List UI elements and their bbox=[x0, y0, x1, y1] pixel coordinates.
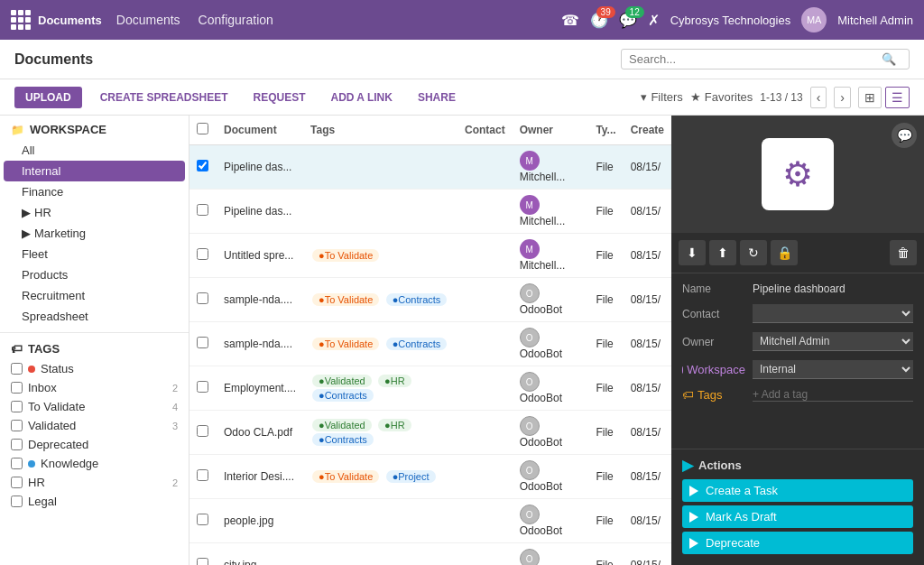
search-icon: 🔍 bbox=[882, 52, 896, 66]
row-checkbox[interactable] bbox=[197, 425, 208, 437]
doc-name: Employment.... bbox=[217, 366, 303, 411]
favorites-button[interactable]: ★ Favorites bbox=[690, 90, 753, 104]
tag-item-validated[interactable]: Validated 3 bbox=[0, 416, 189, 435]
table-row[interactable]: sample-nda.... ●To Validate ●Contracts O… bbox=[189, 278, 671, 322]
tag-checkbox-tovalidate[interactable] bbox=[11, 401, 23, 412]
app-logo[interactable]: Documents bbox=[11, 10, 102, 30]
panel-fields: Name Pipeline dashboard Contact Owner Mi… bbox=[671, 273, 924, 449]
table-row[interactable]: Odoo CLA.pdf ●Validated ●HR ●Contracts O… bbox=[189, 411, 671, 455]
next-page-button[interactable]: › bbox=[834, 87, 851, 108]
tag-item-tovalidate[interactable]: To Validate 4 bbox=[0, 397, 189, 416]
wrench-icon[interactable]: ✗ bbox=[648, 12, 660, 29]
tag-checkbox-legal[interactable] bbox=[11, 496, 23, 507]
phone-icon[interactable]: ☎ bbox=[561, 12, 579, 29]
tag-item-deprecated[interactable]: Deprecated bbox=[0, 435, 189, 454]
row-checkbox[interactable] bbox=[197, 160, 208, 171]
tag-checkbox-knowledge[interactable] bbox=[11, 458, 23, 469]
tag-item-status[interactable]: Status bbox=[0, 359, 189, 378]
doc-contact bbox=[457, 145, 513, 190]
table-row[interactable]: Interior Desi.... ●To Validate ●Project … bbox=[189, 455, 671, 499]
sidebar-item-internal[interactable]: Internal bbox=[4, 161, 185, 181]
share-button[interactable]: SHARE bbox=[411, 87, 463, 108]
doc-owner: O OdooBot bbox=[513, 322, 589, 366]
sidebar-item-hr[interactable]: ▶ HR bbox=[0, 202, 189, 223]
tag-item-inbox[interactable]: Inbox 2 bbox=[0, 378, 189, 397]
upload-button[interactable]: UPLOAD bbox=[14, 87, 82, 108]
sidebar-item-finance[interactable]: Finance bbox=[0, 181, 189, 202]
timer-badge-wrap[interactable]: 🕐 39 bbox=[590, 12, 608, 29]
table-scroll[interactable]: Document Tags Contact Owner Ty... Create… bbox=[189, 116, 671, 565]
doc-name: Odoo CLA.pdf bbox=[217, 411, 303, 455]
doc-owner: O OdooBot bbox=[513, 278, 589, 322]
row-checkbox[interactable] bbox=[197, 248, 208, 260]
tag-item-knowledge[interactable]: Knowledge bbox=[0, 454, 189, 473]
row-checkbox[interactable] bbox=[197, 558, 208, 565]
sidebar-item-products[interactable]: Products bbox=[0, 264, 189, 285]
search-bar[interactable]: 🔍 bbox=[621, 49, 910, 69]
tag-checkbox-status[interactable] bbox=[11, 363, 23, 375]
request-button[interactable]: REQUEST bbox=[245, 87, 312, 108]
nav-documents[interactable]: Documents bbox=[116, 13, 180, 27]
workspace-select[interactable]: Internal bbox=[753, 360, 913, 379]
row-checkbox[interactable] bbox=[197, 381, 208, 393]
tag-checkbox-validated[interactable] bbox=[11, 420, 23, 431]
chat-button[interactable]: 💬 bbox=[892, 123, 917, 148]
share-button[interactable]: ⬆ bbox=[709, 240, 736, 265]
tags-section-header: 🏷 TAGS bbox=[0, 338, 189, 359]
grid-view-button[interactable]: ⊞ bbox=[858, 87, 882, 108]
lock-button[interactable]: 🔒 bbox=[771, 240, 798, 265]
table-row[interactable]: sample-nda.... ●To Validate ●Contracts O… bbox=[189, 322, 671, 366]
table-row[interactable]: Untitled spre... ●To Validate M Mitchell… bbox=[189, 234, 671, 278]
workspace-label: WORKSPACE bbox=[30, 123, 106, 136]
table-row[interactable]: Pipeline das... M Mitchell... File 08/15… bbox=[189, 190, 671, 234]
add-link-button[interactable]: ADD A LINK bbox=[323, 87, 399, 108]
download-button[interactable]: ⬇ bbox=[679, 240, 706, 265]
owner-select[interactable]: Mitchell Admin bbox=[753, 332, 913, 351]
table-row[interactable]: city.jpg O OdooBot File 08/15/ bbox=[189, 543, 671, 566]
deprecate-button[interactable]: Deprecate bbox=[682, 532, 913, 554]
sidebar-item-marketing[interactable]: ▶ Marketing bbox=[0, 223, 189, 244]
tag-icon: 🏷 bbox=[11, 342, 23, 356]
table-row[interactable]: Employment.... ●Validated ●HR ●Contracts… bbox=[189, 366, 671, 411]
row-checkbox[interactable] bbox=[197, 469, 208, 481]
avatar[interactable]: MA bbox=[801, 7, 827, 32]
refresh-button[interactable]: ↻ bbox=[740, 240, 767, 265]
sidebar-item-recruitment[interactable]: Recruitment bbox=[0, 285, 189, 306]
row-checkbox[interactable] bbox=[197, 204, 208, 216]
create-spreadsheet-button[interactable]: CREATE SPREADSHEET bbox=[93, 87, 236, 108]
tag-label-tovalidate: To Validate bbox=[28, 400, 85, 413]
chat-badge-wrap[interactable]: 💬 12 bbox=[619, 12, 637, 29]
doc-type: File bbox=[588, 278, 623, 322]
doc-created: 08/15/ bbox=[624, 411, 671, 455]
tag-label-inbox: Inbox bbox=[28, 381, 57, 394]
doc-tags: ●To Validate ●Project bbox=[303, 455, 457, 499]
sidebar-item-all[interactable]: All bbox=[0, 140, 189, 161]
row-checkbox[interactable] bbox=[197, 337, 208, 348]
tag-item-legal[interactable]: Legal bbox=[0, 492, 189, 511]
page-title: Documents bbox=[14, 51, 621, 68]
table-row[interactable]: Pipeline das... M Mitchell... File 08/15… bbox=[189, 145, 671, 190]
tag-item-hr[interactable]: HR 2 bbox=[0, 473, 189, 492]
add-tag-input[interactable] bbox=[753, 388, 913, 402]
create-task-button[interactable]: Create a Task bbox=[682, 479, 913, 502]
select-all-checkbox[interactable] bbox=[197, 123, 208, 134]
tag-checkbox-inbox[interactable] bbox=[11, 382, 23, 394]
delete-button[interactable]: 🗑 bbox=[890, 240, 917, 265]
nav-configuration[interactable]: Configuration bbox=[199, 13, 273, 27]
owner-avatar: O bbox=[520, 505, 540, 524]
filters-button[interactable]: ▾ Filters bbox=[641, 90, 682, 104]
contact-select[interactable] bbox=[753, 304, 913, 323]
workspace-section-header: 📁 WORKSPACE bbox=[0, 116, 189, 140]
table-row[interactable]: people.jpg O OdooBot File 08/15/ bbox=[189, 499, 671, 543]
row-checkbox[interactable] bbox=[197, 514, 208, 525]
list-view-button[interactable]: ☰ bbox=[885, 87, 910, 108]
row-checkbox[interactable] bbox=[197, 292, 208, 304]
tag-checkbox-deprecated[interactable] bbox=[11, 439, 23, 450]
mark-draft-label: Mark As Draft bbox=[706, 510, 777, 523]
tag-checkbox-hr[interactable] bbox=[11, 477, 23, 488]
mark-as-draft-button[interactable]: Mark As Draft bbox=[682, 505, 913, 528]
prev-page-button[interactable]: ‹ bbox=[810, 87, 827, 108]
sidebar-item-spreadsheet[interactable]: Spreadsheet bbox=[0, 306, 189, 327]
search-input[interactable] bbox=[629, 52, 882, 66]
sidebar-item-fleet[interactable]: Fleet bbox=[0, 244, 189, 264]
